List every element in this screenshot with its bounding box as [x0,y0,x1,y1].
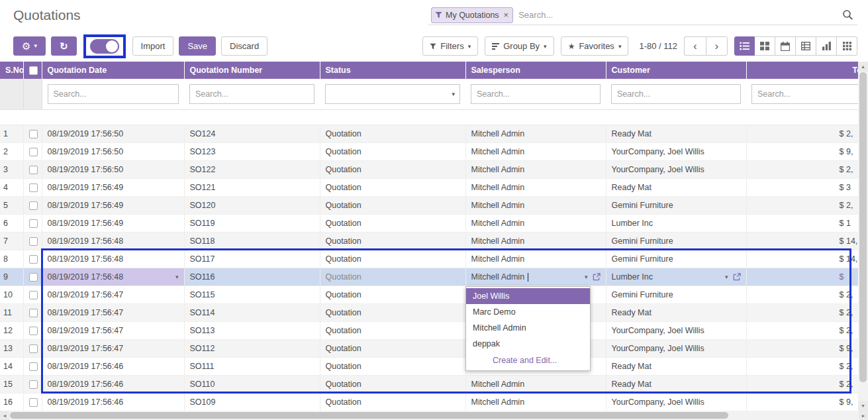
number-filter-input[interactable] [189,84,314,104]
table-row[interactable]: 808/19/2019 17:56:48SO117QuotationMitche… [0,250,858,268]
cell-quotation-date[interactable]: 08/19/2019 17:56:47 [42,340,184,358]
row-checkbox[interactable] [29,237,38,246]
cell-total[interactable]: $ 14, [746,250,858,268]
dropdown-option[interactable]: deppak [466,336,590,352]
table-row[interactable]: 508/19/2019 17:56:49SO120QuotationMitche… [0,197,858,215]
cell-status[interactable]: Quotation [320,125,465,143]
horizontal-scrollbar[interactable]: ◄ ► [0,411,868,420]
scroll-right-icon[interactable]: ► [859,411,868,420]
table-row[interactable]: 1608/19/2019 17:56:46SO109QuotationMitch… [0,394,858,411]
datetime-field[interactable]: 08/19/2019 17:56:48▾ [48,272,179,282]
cell-status[interactable]: Quotation [320,215,465,233]
cell-customer[interactable]: Ready Mat [606,125,746,143]
pager-next-button[interactable]: › [706,36,728,56]
cell-quotation-number[interactable]: SO110 [184,376,320,394]
cell-quotation-number[interactable]: SO120 [184,197,320,215]
cell-quotation-date[interactable]: 08/19/2019 17:56:50 [42,161,184,179]
cell-quotation-date[interactable]: 08/19/2019 17:56:49 [42,215,184,233]
cell-customer[interactable]: Ready Mat [606,179,746,197]
salesperson-many2one-field[interactable]: Mitchell Admin▾ [471,272,601,282]
dropdown-option[interactable]: Mitchell Admin [466,320,590,336]
cell-quotation-number[interactable]: SO111 [184,358,320,376]
horizontal-scrollbar-thumb[interactable] [10,412,728,419]
cell-salesperson[interactable]: Mitchell Admin [465,143,606,161]
table-row[interactable]: 308/19/2019 17:56:50SO122QuotationMitche… [0,161,858,179]
external-link-icon[interactable] [593,273,601,281]
table-row[interactable]: 1208/19/2019 17:56:47SO113QuotationMitch… [0,322,858,340]
cell-salesperson-field[interactable]: Mitchell Admin▾ [465,268,606,286]
cell-status[interactable]: Quotation [320,197,465,215]
cell-quotation-date[interactable]: 08/19/2019 17:56:50 [42,125,184,143]
scroll-down-icon[interactable]: ▼ [858,401,868,411]
save-button[interactable]: Save [179,36,216,56]
row-checkbox[interactable] [29,344,38,353]
row-checkbox[interactable] [29,219,38,228]
cell-quotation-date[interactable]: 08/19/2019 17:56:47 [42,304,184,322]
cell-status[interactable]: Quotation [320,233,465,250]
cell-salesperson[interactable]: Mitchell Admin [465,161,606,179]
header-customer[interactable]: Customer [606,62,746,79]
pager-prev-button[interactable]: ‹ [684,36,706,56]
cell-status[interactable]: Quotation [320,322,465,340]
cell-quotation-number[interactable]: SO116 [184,268,320,286]
header-quotation-date[interactable]: Quotation Date [42,62,184,79]
view-calendar-button[interactable] [775,36,796,56]
scroll-left-icon[interactable]: ◄ [0,411,9,420]
select-all-checkbox[interactable] [29,66,38,75]
table-row[interactable]: 208/19/2019 17:56:50SO123QuotationMitche… [0,143,858,161]
cell-status[interactable]: Quotation [320,376,465,394]
row-checkbox[interactable] [29,148,38,156]
cell-quotation-date[interactable]: 08/19/2019 17:56:46 [42,376,184,394]
cell-quotation-number[interactable]: SO119 [184,215,320,233]
cell-quotation-date[interactable]: 08/19/2019 17:56:50 [42,143,184,161]
customer-many2one-field[interactable]: Lumber Inc▾ [612,272,741,282]
row-checkbox[interactable] [29,291,38,299]
scroll-up-icon[interactable]: ▲ [858,62,868,72]
cell-total[interactable]: $ 2, [746,358,858,376]
date-filter-input[interactable] [48,84,179,104]
external-link-icon[interactable] [733,273,741,281]
cell-status[interactable]: Quotation [320,358,465,376]
view-graph-button[interactable] [816,36,837,56]
cell-quotation-number[interactable]: SO109 [184,394,320,411]
cell-status[interactable]: Quotation [320,304,465,322]
cell-customer[interactable]: Gemini Furniture [606,286,746,304]
cell-customer[interactable]: Gemini Furniture [606,233,746,250]
table-row[interactable]: 908/19/2019 17:56:48▾SO116QuotationMitch… [0,268,858,286]
table-row[interactable]: 708/19/2019 17:56:48SO118QuotationMitche… [0,233,858,250]
cell-quotation-date[interactable]: 08/19/2019 17:56:46 [42,394,184,411]
view-pivot-button[interactable] [796,36,816,56]
cell-quotation-number[interactable]: SO121 [184,179,320,197]
salesperson-filter-input[interactable] [471,84,601,104]
cell-total[interactable]: $ 2, [746,197,858,215]
cell-customer[interactable]: Ready Mat [606,358,746,376]
row-checkbox[interactable] [29,309,38,317]
table-row[interactable]: 108/19/2019 17:56:50SO124QuotationMitche… [0,125,858,143]
cell-quotation-number[interactable]: SO113 [184,322,320,340]
cell-quotation-date[interactable]: 08/19/2019 17:56:48 [42,233,184,250]
cell-salesperson[interactable]: Mitchell Admin [465,376,606,394]
view-activity-button[interactable] [837,36,857,56]
cell-total[interactable]: $ 3 [746,179,858,197]
cell-quotation-number[interactable]: SO118 [184,233,320,250]
dropdown-caret-icon[interactable]: ▾ [585,274,588,280]
cell-customer[interactable]: YourCompany, Joel Willis [606,394,746,411]
row-checkbox[interactable] [29,273,38,282]
cell-total[interactable]: $ 2, [746,322,858,340]
row-checkbox[interactable] [29,184,38,192]
row-checkbox[interactable] [29,380,38,389]
cell-quotation-date[interactable]: 08/19/2019 17:56:49 [42,179,184,197]
header-status[interactable]: Status [320,62,465,79]
cell-status[interactable]: Quotation [320,143,465,161]
vertical-scrollbar-thumb[interactable] [859,72,867,382]
cell-customer[interactable]: YourCompany, Joel Willis [606,340,746,358]
vertical-scrollbar[interactable]: ▲ ▼ [858,62,868,411]
cell-customer[interactable]: YourCompany, Joel Willis [606,143,746,161]
cell-total[interactable]: $ 2, [746,376,858,394]
actions-gear-button[interactable]: ⚙ ▾ [13,36,46,56]
header-quotation-number[interactable]: Quotation Number [184,62,320,79]
cell-quotation-number[interactable]: SO114 [184,304,320,322]
table-row[interactable]: 408/19/2019 17:56:49SO121QuotationMitche… [0,179,858,197]
cell-quotation-date[interactable]: 08/19/2019 17:56:47 [42,286,184,304]
dropdown-create-link[interactable]: Create and Edit... [466,352,590,368]
